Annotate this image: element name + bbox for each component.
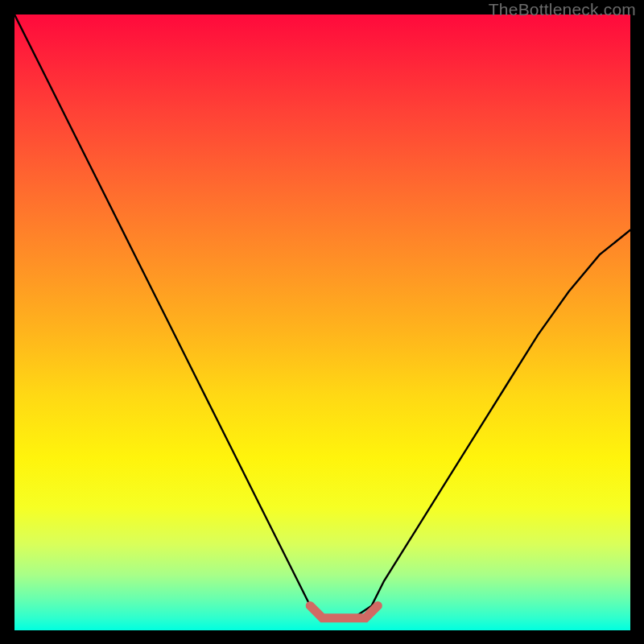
plot-area <box>14 14 630 630</box>
chart-frame: TheBottleneck.com <box>0 0 644 644</box>
curve-layer <box>14 14 630 630</box>
watermark-text: TheBottleneck.com <box>489 0 636 19</box>
bottleneck-curve <box>14 14 630 618</box>
